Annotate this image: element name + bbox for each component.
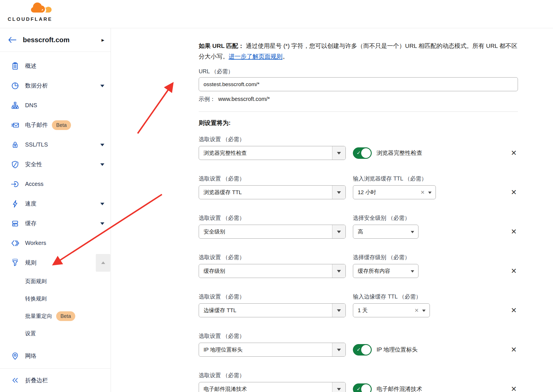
- url-example: 示例：www.besscroft.com/*: [199, 95, 553, 103]
- sidebar-item-network[interactable]: 网络: [0, 346, 111, 366]
- sidebar-item-label: Access: [25, 181, 43, 187]
- setting-dropdown-value: 浏览器缓存 TTL: [199, 186, 332, 199]
- rule-row: 选取设置 （必需） 电子邮件混淆技术 ✓ 电子邮件混淆技术 ✕: [199, 372, 518, 392]
- toggle-knob: [361, 384, 371, 392]
- value-select[interactable]: 高: [353, 225, 418, 239]
- remove-setting-button[interactable]: ✕: [510, 146, 518, 160]
- top-bar: CLOUDFLARE: [0, 0, 553, 28]
- lightning-bolt-icon: [11, 200, 19, 208]
- sidebar-item-bulk-redirects[interactable]: 批量重定向 Beta: [0, 307, 111, 325]
- sidebar-item-page-rules[interactable]: 页面规则: [0, 273, 111, 290]
- value-combobox[interactable]: 12 小时 ✕: [353, 185, 436, 199]
- example-label: 示例：: [199, 96, 215, 102]
- setting-dropdown-value: 边缘缓存 TTL: [199, 304, 332, 317]
- setting-dropdown-value: 缓存级别: [199, 264, 332, 278]
- rule-row: 选取设置 （必需） 缓存级别 选择缓存级别 （必需） 缓存所有内容 ✕: [199, 254, 518, 278]
- remove-setting-button[interactable]: ✕: [510, 343, 518, 357]
- toggle-label: IP 地理位置标头: [377, 346, 418, 354]
- url-field-label: URL （必需）: [199, 68, 553, 75]
- url-match-description: 如果 URL 匹配： 通过使用星号 (*) 字符，您可以创建与许多（而不只是一个…: [199, 40, 519, 62]
- sidebar-item-caching[interactable]: 缓存: [0, 214, 111, 233]
- settings-heading: 则设置将为:: [199, 119, 553, 127]
- clear-icon[interactable]: ✕: [412, 307, 422, 314]
- sidebar-item-rules[interactable]: 规则: [0, 253, 111, 273]
- toggle-switch[interactable]: ✓: [353, 344, 372, 356]
- setting-dropdown[interactable]: 安全级别: [199, 225, 346, 239]
- sidebar-item-label: 缓存: [25, 220, 36, 227]
- sidebar-scrollbar[interactable]: [96, 254, 110, 272]
- chevron-down-icon: [422, 310, 426, 314]
- setting-dropdown[interactable]: 浏览器完整性检查: [199, 146, 346, 160]
- combobox-value: 12 小时: [358, 189, 376, 196]
- sidebar-item-access[interactable]: Access: [0, 174, 111, 194]
- combobox-value: 1 天: [358, 307, 368, 314]
- code-brackets-icon: [11, 239, 19, 247]
- pick-setting-label: 选取设置 （必需）: [199, 175, 346, 182]
- cache-layers-icon: [11, 219, 19, 228]
- toggle-knob: [361, 148, 371, 158]
- site-name[interactable]: besscroft.com: [23, 36, 70, 44]
- funnel-icon: [11, 259, 19, 267]
- sidebar-nav: 概述 数据分析 DNS 电子邮件 Beta SSL/TLS: [0, 52, 111, 368]
- clear-icon[interactable]: ✕: [418, 189, 428, 196]
- sidebar-item-security[interactable]: 安全性: [0, 155, 111, 174]
- sidebar-item-analytics[interactable]: 数据分析: [0, 76, 111, 96]
- chevron-down-icon: [428, 192, 432, 196]
- chevron-down-icon: [100, 203, 104, 207]
- remove-setting-button[interactable]: ✕: [510, 382, 518, 392]
- remove-setting-button[interactable]: ✕: [510, 303, 518, 317]
- cloudflare-logo[interactable]: CLOUDFLARE: [8, 2, 53, 22]
- chevron-down-icon: [332, 186, 345, 199]
- chevron-down-icon: [332, 225, 345, 238]
- sidebar-item-workers[interactable]: Workers: [0, 233, 111, 253]
- sidebar-item-label: 批量重定向: [25, 312, 52, 320]
- double-chevron-left-icon: [11, 376, 19, 385]
- sidebar: besscroft.com ▶ 概述 数据分析 DNS 电子邮件 Beta: [0, 28, 111, 392]
- select-value: 缓存所有内容: [358, 267, 390, 275]
- toggle-switch[interactable]: ✓: [353, 383, 372, 392]
- setting-dropdown[interactable]: 浏览器缓存 TTL: [199, 185, 346, 199]
- sidebar-item-label: 数据分析: [25, 82, 48, 90]
- remove-setting-button[interactable]: ✕: [510, 264, 518, 278]
- pick-setting-label: 选取设置 （必需）: [199, 214, 346, 221]
- check-icon: ✓: [357, 347, 361, 353]
- beta-badge: Beta: [52, 120, 71, 130]
- value-combobox[interactable]: 1 天 ✕: [353, 303, 430, 317]
- value-select[interactable]: 缓存所有内容: [353, 264, 418, 278]
- setting-dropdown[interactable]: 边缘缓存 TTL: [199, 303, 346, 317]
- sidebar-item-email[interactable]: 电子邮件 Beta: [0, 115, 111, 135]
- sidebar-item-label: 安全性: [25, 161, 42, 168]
- back-arrow-icon[interactable]: [8, 36, 17, 43]
- setting-dropdown[interactable]: 缓存级别: [199, 264, 346, 278]
- url-input[interactable]: [199, 77, 518, 91]
- chevron-down-icon: [100, 85, 104, 89]
- sidebar-item-label: 网络: [25, 352, 36, 360]
- sidebar-item-rules-settings[interactable]: 设置: [0, 325, 111, 342]
- pick-setting-label: 选取设置 （必需）: [199, 372, 346, 379]
- collapse-sidebar-button[interactable]: 折叠边栏: [0, 368, 111, 392]
- remove-setting-button[interactable]: ✕: [510, 185, 518, 199]
- sidebar-item-ssl-tls[interactable]: SSL/TLS: [0, 135, 111, 155]
- setting-dropdown-value: IP 地理位置标头: [199, 343, 332, 356]
- toggle-switch[interactable]: ✓: [353, 147, 372, 159]
- remove-setting-button[interactable]: ✕: [510, 225, 518, 239]
- value-label: 选择缓存级别 （必需）: [353, 254, 510, 261]
- sidebar-item-transform-rules[interactable]: 转换规则: [0, 290, 111, 307]
- site-switcher-caret-icon[interactable]: ▶: [101, 38, 104, 42]
- sidebar-item-label: 规则: [25, 259, 36, 267]
- sidebar-item-speed[interactable]: 速度: [0, 194, 111, 214]
- cloudflare-wordmark: CLOUDFLARE: [8, 17, 53, 22]
- toggle-label: 浏览器完整性检查: [377, 149, 422, 157]
- sidebar-item-label: 设置: [25, 330, 36, 337]
- example-value: www.besscroft.com/*: [218, 96, 270, 102]
- value-label: 输入浏览器缓存 TTL （必需）: [353, 175, 510, 182]
- setting-dropdown[interactable]: 电子邮件混淆技术: [199, 382, 346, 392]
- learn-more-link[interactable]: 进一步了解页面规则: [229, 53, 282, 60]
- section-divider: [199, 111, 518, 112]
- sidebar-item-dns[interactable]: DNS: [0, 96, 111, 115]
- sidebar-item-overview[interactable]: 概述: [0, 56, 111, 76]
- setting-dropdown[interactable]: IP 地理位置标头: [199, 343, 346, 357]
- chevron-down-icon: [332, 343, 345, 356]
- rule-row: 选取设置 （必需） IP 地理位置标头 ✓ IP 地理位置标头 ✕: [199, 332, 518, 357]
- chevron-down-icon: [411, 270, 414, 274]
